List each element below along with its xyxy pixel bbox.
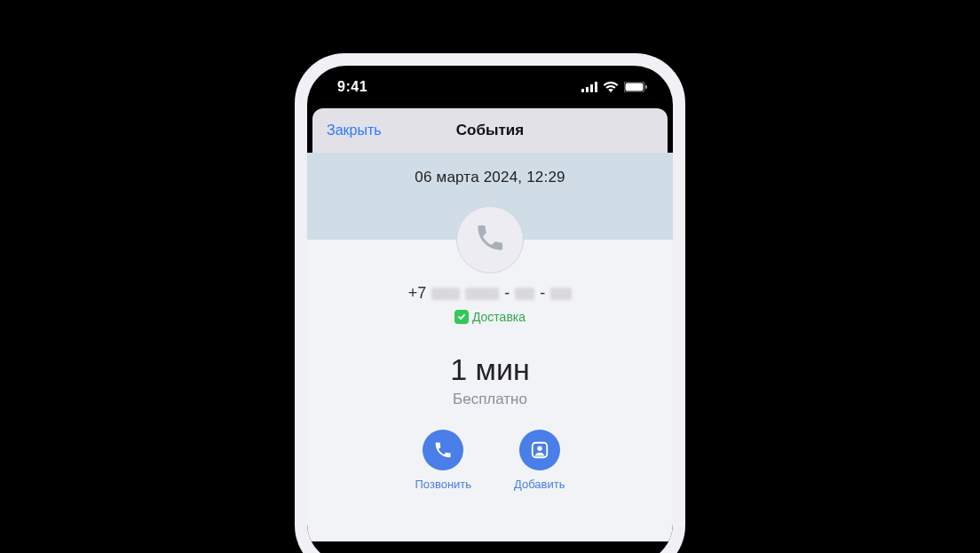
phone-number-line: +7 - - <box>307 284 673 303</box>
call-back-label: Позвонить <box>415 478 472 491</box>
svg-rect-2 <box>590 84 593 92</box>
svg-point-8 <box>537 446 542 451</box>
phone-frame: 9:41 Закрыть События 06 марта 2024, 12:2… <box>295 53 685 553</box>
avatar-container <box>307 206 673 240</box>
caller-avatar <box>456 206 524 273</box>
status-icons <box>581 82 648 92</box>
event-body: +7 - - Доставка 1 мин Бесплатно <box>307 240 673 541</box>
phone-redacted-segment <box>515 288 534 300</box>
add-contact-icon <box>519 430 560 470</box>
status-time: 9:41 <box>337 79 368 95</box>
event-datetime: 06 марта 2024, 12:29 <box>307 169 673 186</box>
phone-redacted-segment <box>465 288 499 300</box>
svg-rect-3 <box>595 82 597 92</box>
add-contact-button[interactable]: Добавить <box>514 430 565 491</box>
call-back-button[interactable]: Позвонить <box>415 430 472 491</box>
battery-icon <box>624 82 648 92</box>
actions-row: Позвонить Добавить <box>307 430 673 491</box>
status-bar: 9:41 <box>307 66 673 108</box>
call-cost: Бесплатно <box>307 391 673 408</box>
svg-rect-0 <box>581 89 584 92</box>
call-duration: 1 мин <box>307 352 673 387</box>
svg-rect-5 <box>626 83 644 91</box>
page-title: События <box>456 122 524 139</box>
cellular-signal-icon <box>581 82 597 92</box>
add-contact-label: Добавить <box>514 478 565 491</box>
phone-redacted-segment <box>550 288 572 300</box>
event-header: 06 марта 2024, 12:29 <box>307 153 673 240</box>
phone-dash: - <box>504 284 510 303</box>
category-line: Доставка <box>307 310 673 324</box>
navigation-bar: Закрыть События <box>312 108 668 153</box>
svg-rect-1 <box>586 87 589 92</box>
verified-check-icon <box>454 310 469 324</box>
phone-redacted-segment <box>431 288 460 300</box>
phone-prefix: +7 <box>408 284 427 303</box>
phone-dash: - <box>540 284 545 303</box>
phone-screen: 9:41 Закрыть События 06 марта 2024, 12:2… <box>307 66 673 553</box>
phone-handset-icon <box>474 222 506 257</box>
close-button[interactable]: Закрыть <box>327 122 382 138</box>
svg-rect-6 <box>645 85 647 89</box>
phone-icon <box>423 430 463 470</box>
wifi-icon <box>603 82 619 92</box>
category-label: Доставка <box>472 310 526 324</box>
